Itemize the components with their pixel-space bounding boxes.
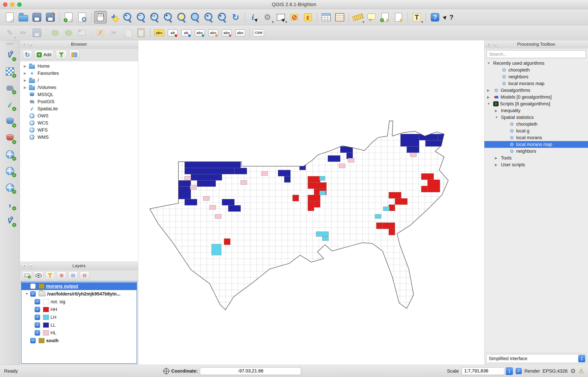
show-bookmarks[interactable]: ★ [392, 11, 405, 24]
toggle-editing[interactable]: ✏ [17, 26, 30, 39]
add-mssql-layer[interactable] [2, 114, 18, 129]
browser-item-spatialite[interactable]: SpatiaLite [20, 105, 138, 112]
save-project-as[interactable]: ✎ [44, 11, 57, 24]
map-refresh[interactable]: ↻ [229, 11, 242, 24]
disclosure-icon[interactable]: ▼ [487, 61, 493, 65]
label-rotate[interactable]: abc [220, 26, 233, 39]
text-annotation[interactable]: T▾ [410, 11, 423, 24]
add-oracle-layer[interactable] [2, 130, 18, 145]
browser-item-home[interactable]: ▶Home [20, 63, 138, 70]
browser-item-root[interactable]: ▶/ [20, 77, 138, 84]
toolbox-item[interactable]: ▼Recently used algorithms [484, 60, 588, 67]
browser-item-mssql[interactable]: MSSQL [20, 91, 138, 98]
layer-row[interactable]: ✓HH [22, 306, 136, 313]
disclosure-icon[interactable]: ▶ [22, 79, 28, 82]
new-print-composer[interactable] [62, 11, 75, 24]
manage-visibility-button[interactable] [34, 271, 43, 280]
browser-float-icon[interactable]: ◻ [28, 42, 33, 47]
add-raster-layer[interactable] [2, 64, 18, 79]
whats-this[interactable]: ? [442, 11, 455, 24]
add-wcs-layer[interactable] [2, 164, 18, 178]
layer-checkbox[interactable]: ✓ [35, 315, 40, 320]
deselect-features[interactable]: ⊘ [288, 11, 301, 24]
select-by-expression[interactable]: ε [302, 11, 314, 24]
browser-add-button[interactable]: + Add [34, 50, 53, 59]
browser-item-wms[interactable]: WMS [20, 134, 138, 141]
zoom-to-layer[interactable] [189, 11, 202, 24]
render-checkbox[interactable]: ✓ [516, 368, 522, 374]
browser-item-favourites[interactable]: ▶★Favourites [20, 70, 138, 77]
scale-stepper-icon[interactable]: ▲▼ [506, 367, 513, 375]
layers-close-icon[interactable]: ✕ [22, 263, 27, 268]
browser-item-ows[interactable]: OWS [20, 112, 138, 119]
disclosure-icon[interactable]: ▶ [22, 64, 28, 68]
layer-row[interactable]: morans output [22, 282, 136, 290]
new-bookmark[interactable]: ★ [379, 11, 391, 24]
layer-checkbox[interactable]: ✓ [35, 299, 40, 305]
label-properties[interactable]: abc [234, 26, 247, 39]
zoom-in[interactable]: + [121, 11, 134, 24]
disclosure-icon[interactable]: ▶ [495, 109, 501, 113]
scale-combo[interactable]: ▲▼ [462, 367, 513, 375]
add-group-button[interactable] [22, 271, 32, 280]
browser-item-volumes[interactable]: ▶/Volumes [20, 84, 138, 91]
toolbox-item[interactable]: ▶User scripts [484, 161, 588, 168]
identify-features[interactable] [248, 11, 260, 24]
add-feature[interactable] [49, 26, 62, 39]
label-highlight[interactable]: abc [193, 26, 206, 39]
toolbox-item[interactable]: ▶Models [0 geoalgorithms] [484, 94, 588, 100]
browser-refresh-button[interactable]: ↻ [23, 50, 32, 59]
close-button[interactable] [3, 2, 7, 7]
toolbar-grip-handle[interactable] [7, 43, 13, 45]
zoom-next[interactable]: ▸ [216, 11, 228, 24]
toolbox-item[interactable]: ⚙local morans map [484, 80, 588, 87]
toolbox-item[interactable]: ⚙local g [484, 128, 588, 134]
layer-row[interactable]: ▼✓/var/folders/r0/yh2mjk9547b8ytn... [22, 290, 136, 298]
remove-layer-button[interactable]: ⊟ [80, 271, 89, 280]
filter-legend-button[interactable] [45, 271, 55, 280]
csw-search[interactable]: CSW [252, 26, 265, 39]
layer-checkbox[interactable]: ✓ [30, 291, 36, 297]
coordinate-input[interactable] [200, 367, 301, 375]
disclosure-icon[interactable]: ▶ [487, 88, 493, 92]
copy-features[interactable] [121, 26, 134, 39]
label-show-hide[interactable]: ab [180, 26, 193, 39]
interface-select-stepper-icon[interactable]: ▲▼ [578, 355, 585, 362]
cut-features[interactable]: ✂ [107, 26, 120, 39]
toolbox-close-icon[interactable]: ✕ [486, 42, 491, 47]
layer-row[interactable]: ✓LH [22, 313, 136, 321]
label-move[interactable]: abc [207, 26, 220, 39]
add-vector-layer[interactable]: V [2, 48, 18, 62]
open-attribute-table[interactable] [320, 11, 333, 24]
add-wfs-layer[interactable] [2, 180, 18, 195]
zoom-native[interactable]: 1:1 [148, 11, 161, 24]
delete-selected[interactable]: ✗ [94, 26, 107, 39]
layer-checkbox[interactable]: ✓ [35, 330, 40, 336]
composer-manager[interactable] [76, 11, 89, 24]
zoom-button[interactable] [17, 2, 22, 7]
zoom-out[interactable]: − [135, 11, 147, 24]
map-tips[interactable] [365, 11, 378, 24]
layer-row[interactable]: ✓south [22, 337, 136, 344]
move-feature[interactable] [62, 26, 75, 39]
disclosure-icon[interactable]: ▶ [495, 163, 501, 167]
toolbox-float-icon[interactable]: ◻ [493, 42, 498, 47]
save-layer-edits[interactable] [30, 26, 43, 39]
add-postgis-layer[interactable] [2, 81, 18, 95]
disclosure-icon[interactable]: ▶ [22, 71, 28, 75]
interface-select[interactable]: Simplified interface ▲▼ [486, 354, 586, 363]
disclosure-icon[interactable]: ▼ [23, 292, 30, 296]
disclosure-icon[interactable]: ▼ [495, 116, 501, 119]
disclosure-icon[interactable]: ▼ [487, 102, 493, 106]
disclosure-icon[interactable]: ▶ [487, 95, 493, 99]
node-tool[interactable] [76, 26, 89, 39]
layer-row[interactable]: ✓not. sig [22, 298, 136, 306]
toolbox-item[interactable]: ⚙local morans [484, 134, 588, 141]
layer-labeling-options[interactable]: abc [153, 26, 166, 39]
toolbox-item[interactable]: ▶⚙Geoalgorithms [484, 87, 588, 94]
measure[interactable]: ▾ [351, 11, 364, 24]
layer-checkbox[interactable]: ✓ [35, 322, 40, 328]
browser-item-postgis[interactable]: PostGIS [20, 98, 138, 105]
toolbox-item[interactable]: ⚙neighbors [484, 73, 588, 80]
new-shapefile-layer[interactable]: V [2, 213, 18, 228]
